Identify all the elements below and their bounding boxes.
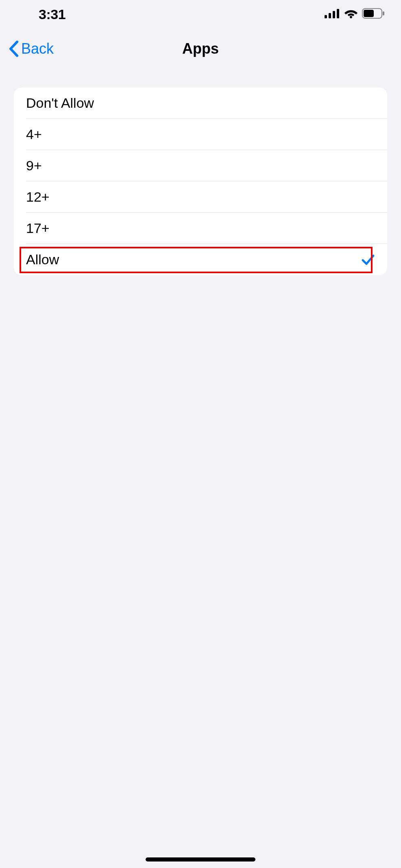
option-row[interactable]: 9+ [14, 150, 387, 181]
nav-bar: Back Apps [0, 28, 401, 69]
svg-rect-1 [329, 13, 331, 18]
option-label: 4+ [26, 126, 42, 142]
back-label: Back [21, 40, 54, 57]
home-indicator [146, 857, 255, 861]
battery-icon [362, 8, 385, 20]
status-icons [325, 8, 385, 20]
cellular-signal-icon [325, 9, 340, 20]
page-title: Apps [182, 40, 219, 57]
svg-rect-3 [337, 9, 339, 18]
option-label: 12+ [26, 189, 50, 205]
chevron-left-icon [8, 40, 20, 58]
option-row[interactable]: 17+ [14, 213, 387, 244]
option-row[interactable]: 4+ [14, 119, 387, 150]
option-row[interactable]: Allow [14, 244, 387, 275]
option-label: 17+ [26, 220, 50, 236]
option-row[interactable]: Don't Allow [14, 87, 387, 119]
wifi-icon [344, 9, 358, 20]
svg-rect-2 [333, 11, 335, 18]
option-label: Allow [26, 252, 59, 268]
svg-rect-6 [364, 10, 374, 17]
svg-rect-7 [383, 11, 384, 15]
option-label: Don't Allow [26, 95, 94, 111]
options-list: Don't Allow4+9+12+17+Allow [14, 87, 387, 275]
status-time: 3:31 [39, 7, 65, 22]
svg-rect-0 [325, 15, 327, 18]
status-bar: 3:31 [0, 0, 401, 28]
checkmark-icon [361, 253, 375, 267]
option-label: 9+ [26, 158, 42, 174]
option-row[interactable]: 12+ [14, 181, 387, 213]
svg-point-4 [350, 16, 352, 18]
back-button[interactable]: Back [8, 40, 54, 58]
